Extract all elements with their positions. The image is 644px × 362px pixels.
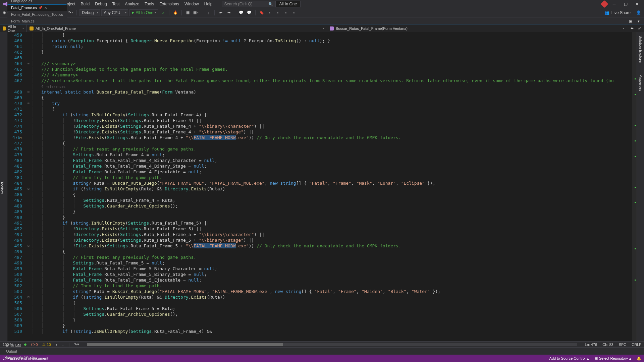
maximize-button[interactable]: ▢ [621,1,630,7]
indent-button[interactable]: ⇥ [225,9,232,16]
menu-build[interactable]: Build [78,0,93,8]
code-line[interactable]: 504⊟│ │ │ │ if (!string.IsNullOrEmpty(Ru… [7,294,637,300]
bookmark-button[interactable]: 🔖 [258,9,265,16]
pop-button[interactable]: ⤢ [636,25,643,32]
code-line[interactable]: 481│ │ │ │ Fatal_Frame.Ruta_Fatal_Frame_… [7,163,637,169]
outdent-button[interactable]: ⇤ [217,9,224,16]
code-line[interactable]: 463│ [7,55,637,61]
split-button[interactable]: ⬌ [629,25,635,32]
code-line[interactable]: 474│ │ │ │ !Directory.Exists(Settings.Ru… [7,123,637,129]
nav-down-icon[interactable]: ↓ [62,343,64,347]
code-line[interactable]: 494│ │ │ │ !Directory.Exists(Settings.Ru… [7,237,637,243]
code-line[interactable]: 466│ /// </summary> [7,72,637,78]
code-line[interactable]: 471│ │ { [7,106,637,112]
redo-button[interactable]: ↷ [67,9,74,16]
nav-member[interactable]: Buscar_Rutas_Fatal_Frame(Form Ventana) [327,26,627,31]
code-line[interactable]: 487│ │ │ │ │ Settings.Ruta_Fatal_Frame_4… [7,197,637,203]
code-line[interactable]: 461│ │ return null; [7,44,637,49]
search-box[interactable]: Search (Ctrl+Q) 🔍 [222,1,275,7]
code-line[interactable]: 500│ │ │ │ Fatal_Frame.Ruta_Fatal_Frame_… [7,272,637,277]
warning-count[interactable]: ⚠10 [42,342,51,347]
select-repository[interactable]: ▦ Select Repository ▴ [594,356,631,361]
code-line[interactable]: 499│ │ │ │ Fatal_Frame.Ruta_Fatal_Frame_… [7,266,637,272]
tab-overflow-button[interactable]: ▾ [635,18,642,24]
pen-icon[interactable]: ✎▾ [74,342,79,347]
code-line[interactable]: 459│ │ │ } [7,32,637,38]
code-line[interactable]: 508│ │ │ │ } [7,317,637,323]
code-editor[interactable]: 459│ │ │ }460│ │ catch (Exception Excepc… [7,32,637,341]
code-line[interactable]: 492│ │ │ │ !Directory.Exists(Settings.Ru… [7,226,637,232]
pin-icon[interactable]: 📌 [39,6,42,9]
platform-select[interactable]: Any CPU [101,9,128,16]
code-line[interactable]: 485⊟│ │ │ │ if (!string.IsNullOrEmpty(Ru… [7,186,637,192]
start-debug-button[interactable]: All In One ▾ [129,9,158,16]
code-line[interactable]: 507│ │ │ │ │ Settings.Guardar_Archivo_Op… [7,311,637,317]
close-button[interactable]: ✕ [633,1,641,7]
menu-analyze[interactable]: Analyze [122,0,142,8]
account-icon[interactable]: 👤 [635,9,642,16]
code-line[interactable]: 473│ │ │ │ !Directory.Exists(Settings.Ru… [7,118,637,123]
close-tab-icon[interactable]: ✕ [44,6,47,10]
menu-extensions[interactable]: Extensions [157,0,182,8]
nav-project[interactable]: All In One [0,24,27,33]
tab-preview-button[interactable]: ▣ [627,18,634,24]
indent-mode[interactable]: SPC [619,343,627,347]
eol-mode[interactable]: CRLF [632,343,641,347]
bk4-button[interactable]: ▫ [282,9,289,16]
code-line[interactable]: 482│ │ │ │ Fatal_Frame.Ruta_Fatal_Frame_… [7,169,637,175]
menu-window[interactable]: Window [182,0,202,8]
browse2-button[interactable]: ▦ [193,9,199,16]
code-line[interactable]: 486│ │ │ │ { [7,192,637,197]
code-line[interactable]: 479│ │ │ │ Settings.Ruta_Fatal_Frame_4 =… [7,152,637,158]
config-select[interactable]: Debug [79,9,100,16]
menu-debug[interactable]: Debug [92,0,109,8]
panel-tab-error-list[interactable]: Error List [3,342,41,348]
bell-icon[interactable]: 🔔 [637,356,641,361]
tab-language-cs[interactable]: Language.cs [7,0,67,4]
nav-up-icon[interactable]: ↑ [56,343,58,347]
code-line[interactable]: 510│ │ │ if (!string.IsNullOrEmpty(Setti… [7,328,637,334]
code-line[interactable]: 465│ /// Function designed to find the g… [7,66,637,72]
step-button[interactable]: ↓ [205,9,212,16]
code-line[interactable]: 493│ │ │ │ !Directory.Exists(Settings.Ru… [7,232,637,237]
code-line[interactable]: 489│ │ │ │ } [7,209,637,215]
code-line[interactable]: 501│ │ │ │ Fatal_Frame.Ruta_Fatal_Frame_… [7,277,637,283]
code-line[interactable]: 509│ │ │ } [7,323,637,328]
code-line[interactable]: 476✎│ │ │ │ !File.Exists(Settings.Ruta_F… [7,135,637,140]
toolbox-rail[interactable]: Toolbox [0,32,7,341]
code-line[interactable]: 464⊟│ /// <summary> [7,61,637,66]
code-line[interactable]: 490│ │ │ } [7,215,637,220]
code-line[interactable]: 475│ │ │ │ !Directory.Exists(Settings.Ru… [7,129,637,135]
code-line[interactable]: 484│ │ │ │ string? Ruta = Buscar_Ruta_Ju… [7,180,637,186]
bk3-button[interactable]: ▫ [274,9,281,16]
code-line[interactable]: 491│ │ │ if (string.IsNullOrEmpty(Settin… [7,220,637,226]
code-line[interactable]: 467│ /// <returns>Returns true if all th… [7,78,637,83]
code-line[interactable]: 505│ │ │ │ { [7,300,637,306]
notification-icon[interactable] [601,0,608,8]
properties-rail[interactable]: Properties [638,72,643,93]
code-line[interactable]: 506│ │ │ │ │ Settings.Ruta_Fatal_Frame_5… [7,306,637,311]
panel-tab-output[interactable]: Output [3,348,41,354]
code-line[interactable]: 469│ { [7,95,637,101]
code-line[interactable]: 496│ │ │ { [7,249,637,254]
code-line[interactable]: 495⊟│ │ │ │ !File.Exists(Settings.Ruta_F… [7,243,637,249]
code-line[interactable]: │ 4 references [7,83,637,89]
start-nodebug-button[interactable]: ▷ [160,9,166,16]
tab-form_main-cs[interactable]: Form_Main.cs [7,18,67,24]
menu-tools[interactable]: Tools [142,0,157,8]
browse-button[interactable]: ▦ [184,9,191,16]
nav-type[interactable]: All_In_One.Fatal_Frame [27,26,327,31]
menu-help[interactable]: Help [202,0,215,8]
code-line[interactable]: 497│ │ │ │ // First reset any previously… [7,254,637,260]
minimize-button[interactable]: ─ [610,1,619,7]
code-line[interactable]: 470⊟│ │ try [7,101,637,106]
hot-reload-button[interactable]: 🔥 [172,9,179,16]
code-line[interactable]: 477│ │ │ { [7,140,637,146]
solution-explorer-rail[interactable]: Solution Explorer [638,34,643,66]
vertical-scrollbar[interactable] [632,32,637,341]
code-line[interactable]: 488│ │ │ │ │ Settings.Guardar_Archivo_Op… [7,203,637,209]
forward-nav-button[interactable]: → [10,9,17,16]
comment-button[interactable]: 💬 [238,9,245,16]
code-line[interactable]: 472│ │ │ if (string.IsNullOrEmpty(Settin… [7,112,637,118]
uncomment-button[interactable]: 💬 [246,9,253,16]
